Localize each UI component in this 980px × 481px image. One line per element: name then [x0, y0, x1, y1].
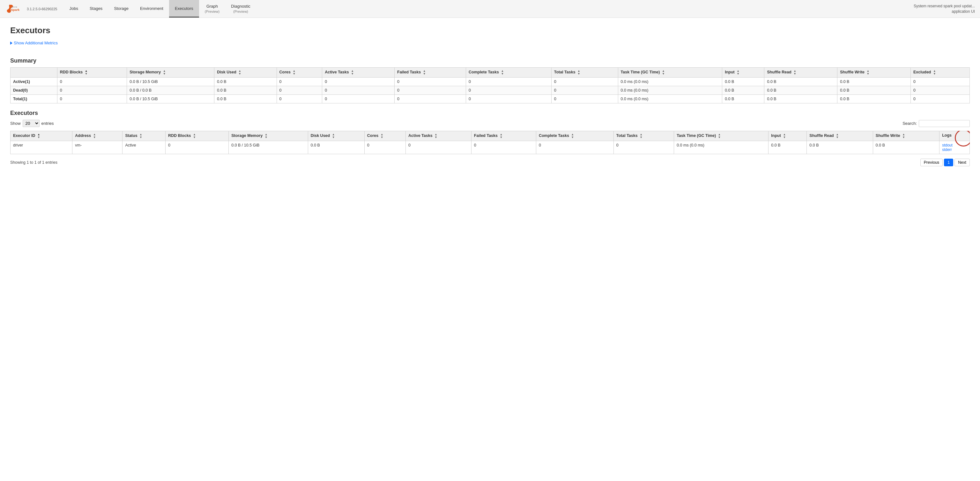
nav-environment[interactable]: Environment [134, 0, 169, 18]
summary-col-input[interactable]: Input ▲▼ [722, 68, 764, 78]
logs-cell: stdoutstderr [940, 141, 970, 154]
prev-button[interactable]: Previous [920, 159, 943, 166]
next-button[interactable]: Next [955, 159, 970, 166]
version-label: 3.1.2.5.0-66290225 [27, 7, 57, 11]
summary-table-wrapper: RDD Blocks ▲▼ Storage Memory ▲▼ Disk Use… [10, 67, 970, 104]
brand: APACHE Spark 3.1.2.5.0-66290225 [5, 3, 57, 15]
nav-executors[interactable]: Executors [169, 0, 199, 18]
executors-title: Executors [10, 110, 970, 116]
nav-stages[interactable]: Stages [84, 0, 108, 18]
exec-col-total-tasks[interactable]: Total Tasks ▲▼ [614, 131, 674, 141]
exec-col-rdd-blocks[interactable]: RDD Blocks ▲▼ [165, 131, 229, 141]
pagination-info: Showing 1 to 1 of 1 entries [10, 160, 57, 165]
summary-col-active-tasks[interactable]: Active Tasks ▲▼ [322, 68, 395, 78]
summary-col-total-tasks[interactable]: Total Tasks ▲▼ [551, 68, 618, 78]
exec-col-complete-tasks[interactable]: Complete Tasks ▲▼ [536, 131, 614, 141]
summary-col-shuffle-read[interactable]: Shuffle Read ▲▼ [764, 68, 837, 78]
pagination-buttons: Previous 1 Next [920, 159, 970, 166]
main-content: Executors Show Additional Metrics Summar… [0, 18, 980, 174]
summary-col-excluded[interactable]: Excluded ▲▼ [910, 68, 969, 78]
show-label: Show [10, 121, 21, 126]
summary-col-name [11, 68, 57, 78]
summary-col-cores[interactable]: Cores ▲▼ [277, 68, 322, 78]
spark-logo-icon: APACHE Spark [5, 3, 24, 15]
summary-col-storage-memory[interactable]: Storage Memory ▲▼ [127, 68, 215, 78]
summary-title: Summary [10, 57, 970, 64]
executor-table: Executor ID ▲▼ Address ▲▼ Status ▲▼ RDD … [10, 131, 970, 154]
table-row: drivervm-Active00.0 B / 10.5 GiB0.0 B000… [11, 141, 970, 154]
exec-col-id[interactable]: Executor ID ▲▼ [11, 131, 72, 141]
nav-jobs[interactable]: Jobs [64, 0, 84, 18]
exec-col-logs: Logs [940, 131, 970, 141]
exec-col-disk-used[interactable]: Disk Used ▲▼ [308, 131, 364, 141]
exec-col-task-time[interactable]: Task Time (GC Time) ▲▼ [674, 131, 768, 141]
navbar: APACHE Spark 3.1.2.5.0-66290225 Jobs Sta… [0, 0, 980, 18]
stderr-link[interactable]: stderr [942, 148, 967, 152]
pagination-row: Showing 1 to 1 of 1 entries Previous 1 N… [10, 159, 970, 166]
executor-controls: Show 20 50 100 entries Search: [10, 120, 970, 127]
triangle-icon [10, 41, 13, 45]
nav-storage[interactable]: Storage [108, 0, 134, 18]
search-input[interactable] [919, 120, 970, 127]
exec-col-failed-tasks[interactable]: Failed Tasks ▲▼ [471, 131, 536, 141]
stdout-link[interactable]: stdout [942, 143, 967, 148]
nav-diagnostic[interactable]: Diagnostic (Preview) [225, 0, 256, 18]
table-row: Dead(0)00.0 B / 0.0 B0.0 B000000.0 ms (0… [11, 86, 970, 95]
exec-col-shuffle-write[interactable]: Shuffle Write ▲▼ [873, 131, 939, 141]
summary-tbody: Active(1)00.0 B / 10.5 GiB0.0 B000000.0 … [11, 78, 970, 104]
nav-right-info: System reserved spark pool updat... appl… [914, 3, 975, 14]
entries-select[interactable]: 20 50 100 [23, 120, 40, 127]
summary-table: RDD Blocks ▲▼ Storage Memory ▲▼ Disk Use… [10, 67, 970, 104]
exec-col-address[interactable]: Address ▲▼ [72, 131, 123, 141]
exec-col-active-tasks[interactable]: Active Tasks ▲▼ [406, 131, 471, 141]
exec-col-shuffle-read[interactable]: Shuffle Read ▲▼ [807, 131, 873, 141]
svg-text:APACHE: APACHE [11, 6, 17, 8]
summary-col-complete-tasks[interactable]: Complete Tasks ▲▼ [466, 68, 551, 78]
nav-graph[interactable]: Graph (Preview) [199, 0, 225, 18]
search-box: Search: [902, 120, 970, 127]
exec-col-cores[interactable]: Cores ▲▼ [364, 131, 406, 141]
executor-header-row: Executor ID ▲▼ Address ▲▼ Status ▲▼ RDD … [11, 131, 970, 141]
exec-col-input[interactable]: Input ▲▼ [768, 131, 807, 141]
summary-col-failed-tasks[interactable]: Failed Tasks ▲▼ [395, 68, 466, 78]
nav-links: Jobs Stages Storage Environment Executor… [64, 0, 256, 18]
search-label: Search: [902, 121, 917, 126]
executor-tbody: drivervm-Active00.0 B / 10.5 GiB0.0 B000… [11, 141, 970, 154]
summary-header-row: RDD Blocks ▲▼ Storage Memory ▲▼ Disk Use… [11, 68, 970, 78]
svg-text:Spark: Spark [11, 8, 20, 11]
page-title: Executors [10, 25, 970, 35]
page-1-button[interactable]: 1 [944, 159, 953, 166]
table-row: Active(1)00.0 B / 10.5 GiB0.0 B000000.0 … [11, 78, 970, 86]
exec-col-status[interactable]: Status ▲▼ [123, 131, 165, 141]
show-entries-control: Show 20 50 100 entries [10, 120, 54, 127]
show-additional-metrics-link[interactable]: Show Additional Metrics [10, 41, 58, 45]
executor-table-wrapper: Executor ID ▲▼ Address ▲▼ Status ▲▼ RDD … [10, 131, 970, 154]
exec-col-storage-memory[interactable]: Storage Memory ▲▼ [229, 131, 308, 141]
summary-col-rdd-blocks[interactable]: RDD Blocks ▲▼ [57, 68, 127, 78]
summary-col-shuffle-write[interactable]: Shuffle Write ▲▼ [837, 68, 911, 78]
summary-col-disk-used[interactable]: Disk Used ▲▼ [215, 68, 277, 78]
entries-label: entries [41, 121, 54, 126]
summary-col-task-time[interactable]: Task Time (GC Time) ▲▼ [618, 68, 722, 78]
table-row: Total(1)00.0 B / 10.5 GiB0.0 B000000.0 m… [11, 95, 970, 104]
